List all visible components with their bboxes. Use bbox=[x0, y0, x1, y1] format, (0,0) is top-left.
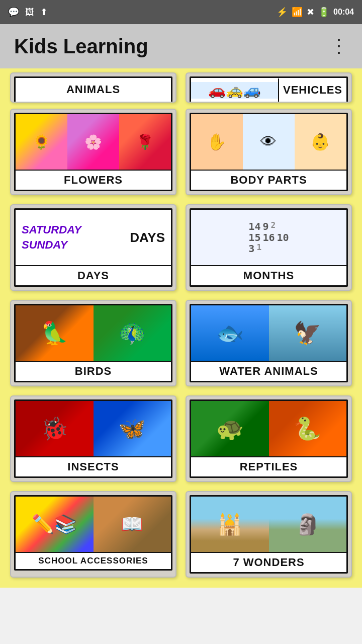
category-card-animals[interactable]: ANIMALS bbox=[10, 72, 176, 103]
days-saturday: SATURDAY bbox=[22, 223, 81, 236]
categories-grid: 🌻 🌸 🌹 FLOWERS ✋ 👁 👶 BODY PARTS SATURDAY … bbox=[0, 103, 362, 588]
upload-icon: ⬆ bbox=[40, 7, 48, 18]
category-card-days[interactable]: SATURDAY SUNDAY DAYS DAYS bbox=[10, 204, 176, 291]
bluetooth-icon: ⚡ bbox=[277, 7, 288, 18]
flowers-img-1: 🌻 bbox=[16, 114, 67, 170]
app-title: Kids Learning bbox=[14, 35, 148, 58]
months-label: MONTHS bbox=[191, 265, 346, 285]
wonders-img-2: 🗿 bbox=[269, 497, 347, 552]
status-left-icons: 💬 🖼 ⬆ bbox=[8, 7, 48, 18]
animals-label: ANIMALS bbox=[16, 78, 171, 101]
whatsapp-icon: 💬 bbox=[8, 7, 19, 18]
birds-img-1: 🦜 bbox=[16, 305, 94, 361]
insects-label: INSECTS bbox=[16, 456, 171, 476]
insects-img-2: 🦋 bbox=[94, 401, 171, 456]
reptiles-img-2: 🐍 bbox=[269, 401, 347, 456]
category-card-reptiles[interactable]: 🐢 🐍 REPTILES bbox=[186, 395, 352, 482]
body-img-3: 👶 bbox=[295, 114, 346, 170]
image-icon: 🖼 bbox=[25, 7, 34, 18]
category-card-flowers[interactable]: 🌻 🌸 🌹 FLOWERS bbox=[10, 109, 176, 195]
birds-label: BIRDS bbox=[16, 361, 171, 381]
insects-img-1: 🐞 bbox=[16, 401, 94, 456]
days-label: DAYS bbox=[16, 265, 171, 285]
days-sunday: SUNDAY bbox=[22, 238, 67, 252]
status-time: 00:04 bbox=[333, 8, 354, 17]
flowers-label: FLOWERS bbox=[16, 170, 171, 190]
category-card-vehicles[interactable]: 🚗🚕🚙 VEHICLES bbox=[186, 72, 352, 103]
school-accessories-label: SCHOOL ACCESSORIES bbox=[16, 552, 171, 569]
category-card-water-animals[interactable]: 🐟 🦅 WATER ANIMALS bbox=[186, 300, 352, 386]
category-card-insects[interactable]: 🐞 🦋 INSECTS bbox=[10, 395, 176, 482]
status-bar: 💬 🖼 ⬆ ⚡ 📶 ✖ 🔋 00:04 bbox=[0, 0, 362, 24]
battery-icon: 🔋 bbox=[318, 7, 329, 18]
school-img-2: 📖 bbox=[94, 497, 171, 552]
vehicles-label: VEHICLES bbox=[278, 78, 346, 102]
body-img-2: 👁 bbox=[243, 114, 295, 170]
app-bar: Kids Learning ⋮ bbox=[0, 24, 362, 68]
reptiles-img-1: 🐢 bbox=[191, 401, 269, 456]
water-animals-label: WATER ANIMALS bbox=[191, 361, 346, 381]
category-card-body-parts[interactable]: ✋ 👁 👶 BODY PARTS bbox=[186, 109, 352, 195]
flowers-img-3: 🌹 bbox=[119, 114, 171, 170]
body-parts-label: BODY PARTS bbox=[191, 170, 346, 190]
network-off-icon: ✖ bbox=[307, 7, 314, 18]
school-img-1: ✏️📚 bbox=[16, 497, 94, 552]
water-img-2: 🦅 bbox=[269, 305, 347, 361]
more-options-icon[interactable]: ⋮ bbox=[330, 37, 348, 55]
days-inline-label: DAYS bbox=[103, 210, 171, 265]
category-card-7-wonders[interactable]: 🕌 🗿 7 WONDERS bbox=[186, 491, 352, 578]
water-img-1: 🐟 bbox=[191, 305, 269, 361]
category-card-months[interactable]: 1492 151610 31 MONTHS bbox=[186, 204, 352, 291]
birds-img-2: 🦚 bbox=[94, 305, 171, 361]
body-img-1: ✋ bbox=[191, 114, 243, 170]
flowers-img-2: 🌸 bbox=[67, 114, 119, 170]
status-right-icons: ⚡ 📶 ✖ 🔋 00:04 bbox=[277, 7, 354, 18]
category-card-birds[interactable]: 🦜 🦚 BIRDS bbox=[10, 300, 176, 386]
7-wonders-label: 7 WONDERS bbox=[191, 552, 346, 572]
category-card-school-accessories[interactable]: ✏️📚 📖 SCHOOL ACCESSORIES bbox=[10, 491, 176, 578]
wonders-img-1: 🕌 bbox=[191, 497, 269, 552]
reptiles-label: REPTILES bbox=[191, 456, 346, 476]
signal-icon: 📶 bbox=[292, 7, 303, 18]
